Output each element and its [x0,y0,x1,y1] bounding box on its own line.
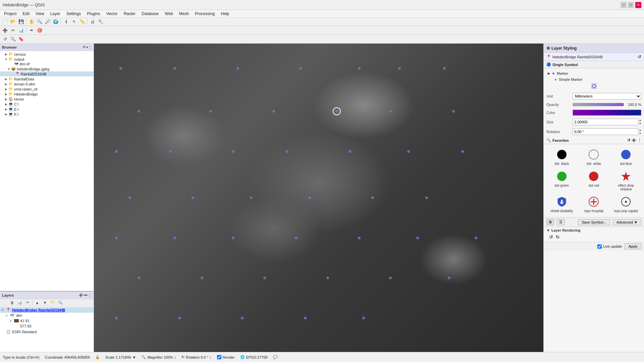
fav-menu-icon[interactable]: ⋮ [638,138,641,142]
browser-item-e[interactable]: ▶ 💻 E:\ [0,107,94,112]
browser-refresh-icon[interactable]: ↺ [83,45,85,49]
pan-button[interactable]: ✋ [28,18,35,25]
live-update-checkbox[interactable] [597,244,602,249]
layer-item-57793[interactable]: ✓ 577.93 [0,323,94,329]
browser-item-census[interactable]: ▶ 📁 census [0,52,94,57]
rotation-down-icon[interactable]: ▼ [639,132,641,135]
menu-help[interactable]: Help [218,11,232,17]
symbol-dot-red[interactable]: dot red [579,169,609,193]
menu-edit[interactable]: Edit [20,11,32,17]
zoom-out-button[interactable]: 🔎 [44,18,51,25]
menu-database[interactable]: Database [139,11,161,17]
browser-item-k[interactable]: ▶ 💻 K:\ [0,112,94,117]
unit-select[interactable]: Millimeters Pixels Points [573,93,641,100]
simple-marker-row[interactable]: ● Simple Marker [553,77,641,82]
measure-button[interactable]: 📏 [78,18,86,25]
symbol-topo-hospital[interactable]: topo hospital [579,194,609,215]
browser-item-rainfall[interactable]: 📍 Rainfall2016HB [0,71,94,76]
symbol-effect-drop-shadow[interactable]: effect drop shadow [610,169,641,193]
browser-item-dtm[interactable]: 🗺 dtm.tif [0,62,94,66]
print-button[interactable]: 🖨 [89,18,96,25]
menu-layer[interactable]: Layer [48,11,63,17]
fav-add-icon[interactable]: ➕ [632,138,636,142]
attribute-table-button[interactable]: 📊 [17,27,25,34]
menu-settings[interactable]: Settings [64,11,84,17]
edit-button[interactable]: ✏ [9,27,17,34]
layer-item-4191[interactable]: ✓ 41.91 [0,318,94,323]
minimize-button[interactable]: ─ [621,2,627,8]
layer-item-dtm[interactable]: ✓ 🗺 dtm [0,313,94,318]
render-checkbox[interactable] [217,355,221,359]
list-view-button[interactable]: ☰ [557,219,565,225]
symbol-dot-green[interactable]: dot green [546,169,577,193]
identify-button[interactable]: ℹ [62,18,70,25]
save-symbol-button[interactable]: Save Symbol... [578,219,610,225]
symbol-shield-disability[interactable]: shield disability [546,194,577,215]
search-button[interactable]: 🔍 [9,36,17,43]
menu-processing[interactable]: Processing [192,11,217,17]
layers-add-icon[interactable]: ➕ [79,293,83,297]
advanced-button[interactable]: Advanced ▼ [613,219,641,225]
move-up-button[interactable]: ▲ [34,299,41,306]
menu-vector[interactable]: Vector [104,11,120,17]
browser-collapse-icon[interactable]: ◂ [86,45,88,49]
layer-item-esri[interactable]: ✓ 📋 ESRI Standard [0,329,94,335]
refresh-button[interactable]: ↺ [1,36,9,43]
color-picker[interactable] [573,110,641,116]
collapse-icon[interactable]: ▼ [546,228,550,232]
layer-check-dtm[interactable]: ✓ [5,314,10,317]
browser-item-c[interactable]: ▶ 💻 C:\ [0,102,94,107]
rotation-input[interactable]: 0.00 ° [573,128,638,135]
render-icon-2[interactable]: ↻ [556,234,560,240]
symbol-dot-blue[interactable]: dot blue [610,147,641,167]
layers-menu-icon[interactable]: ⋮ [88,293,92,297]
add-layer-button[interactable]: ➕ [1,27,9,34]
symbol-dot-white[interactable]: dot white [579,147,609,167]
menu-plugins[interactable]: Plugins [84,11,103,17]
move-down-button[interactable]: ▼ [41,299,49,306]
browser-item-terrain[interactable]: ▶ 📁 terrain-5-dtm [0,81,94,86]
layer-check-4191[interactable]: ✓ [9,319,14,323]
epsg-item[interactable]: 🌐 EPSG:27700 [240,355,268,359]
add-layer-tb-button[interactable]: 📄 [1,299,8,306]
apply-button[interactable]: Apply [625,243,641,249]
menu-view[interactable]: View [33,11,47,17]
layer-check-rainfall[interactable]: ✓ [1,308,6,312]
new-project-button[interactable]: 📄 [1,18,9,25]
size-up-icon[interactable]: ▲ [639,119,641,122]
close-button[interactable]: ✕ [635,2,641,8]
layer-refresh-button[interactable]: ↺ [638,54,641,59]
menu-mesh[interactable]: Mesh [176,11,192,17]
layer-item-rainfall[interactable]: ✓ 📍 HebdenBridge Rainfall2016HB [0,307,94,313]
layers-remove-icon[interactable]: ➖ [84,293,88,297]
render-item[interactable]: Render [217,355,235,359]
size-input[interactable]: 2.00000 [573,119,638,125]
bookmark-button[interactable]: 🔖 [17,36,25,43]
open-project-button[interactable]: 📂 [9,18,17,25]
snapping-button[interactable]: 🎯 [36,27,43,34]
open-attr-button[interactable]: 📊 [16,299,23,306]
msg-icon-item[interactable]: 💬 [273,355,278,359]
browser-item-hebdenbridge[interactable]: ▶ 📁 HebdenBridge [0,92,94,97]
fav-refresh-icon[interactable]: ↺ [627,138,630,142]
marker-row[interactable]: ▶ ● Marker [546,70,641,77]
symbol-dot-black[interactable]: dot black [546,147,577,167]
browser-item-rainfalldata[interactable]: ▶ 📁 RainfallData [0,76,94,81]
browser-item-vmd[interactable]: ▶ 📁 vmd-raster_clr [0,86,94,92]
filter-button[interactable]: 🔍 [57,299,64,306]
group-button[interactable]: 📁 [49,299,56,306]
select-button[interactable]: ↖ [70,18,78,25]
render-icon-1[interactable]: ↺ [549,234,553,240]
browser-item-home[interactable]: ▶ 🏠 Home [0,97,94,102]
browser-item-gpkg[interactable]: ▼ 📦 HebdenBridge.gpkg [0,66,94,71]
rotation-up-icon[interactable]: ▲ [639,128,641,132]
digitize-button[interactable]: ✒ [28,27,35,34]
size-down-icon[interactable]: ▼ [639,122,641,125]
plugins-button[interactable]: 🔧 [97,18,104,25]
browser-menu-icon[interactable]: ⋮ [88,45,92,49]
locate-item[interactable]: Type to locate (Ctrl+K) [3,355,40,359]
menu-raster[interactable]: Raster [121,11,138,17]
remove-layer-tb-button[interactable]: 🗑 [8,299,16,306]
map-area[interactable] [94,44,543,352]
zoom-in-button[interactable]: 🔍 [36,18,43,25]
